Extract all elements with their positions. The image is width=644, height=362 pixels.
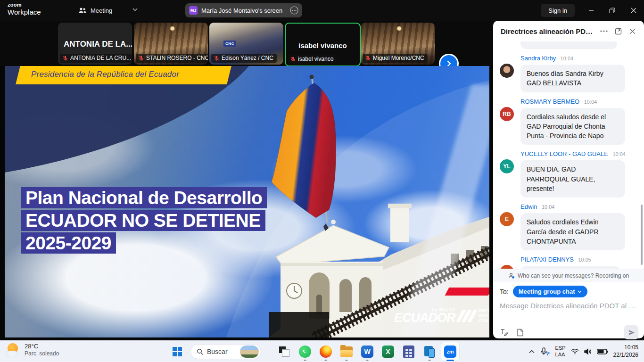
chat-toolbar [500, 325, 638, 339]
zoom-workplace-logo: zoom Workplace [8, 2, 41, 16]
taskbar-icon-word[interactable]: W [358, 342, 376, 361]
chat-message: RB ROSMARY BERMEO 10:04 Cordiales saludo… [500, 97, 637, 145]
muted-mic-icon [138, 55, 144, 61]
partial-message-bubble [520, 41, 617, 49]
sender-name: YUCELLY LOOR - GAD GUALE [520, 150, 608, 157]
video-tile-miguel[interactable]: Miguel Moreno/CNC [361, 23, 435, 65]
taskbar-search[interactable]: Buscar [190, 344, 261, 359]
participant-name-label: Miguel Moreno/CNC [363, 54, 428, 63]
zoom-app-icon: zm [444, 346, 456, 358]
chevron-down-icon[interactable] [132, 8, 138, 11]
tab-meeting-label: Meeting [91, 7, 112, 14]
sender-name: PILATAXI DENNYS [520, 256, 574, 263]
zoom-title-bar: zoom Workplace Meeting MJ María José Mon… [0, 0, 644, 21]
participant-name-label: STALIN ROSERO - CNC [136, 54, 208, 63]
taskbar-icon-calculator[interactable] [400, 342, 418, 361]
message-bubble: Buenos días Sandra Kirby GAD BELLAVISTA [520, 65, 625, 92]
clock-date: 22/1/2026 [613, 352, 638, 359]
taskbar-icon-file-explorer[interactable] [338, 342, 355, 361]
chat-scrollbar[interactable] [641, 205, 643, 265]
taskbar-icon-phone-link[interactable] [421, 342, 438, 361]
chevron-down-icon [578, 290, 582, 293]
more-options-icon[interactable] [598, 25, 610, 37]
format-text-icon[interactable] [500, 329, 508, 336]
avatar: PD [500, 265, 514, 269]
participant-display-name: ANTONIA DE LA... [64, 40, 132, 49]
participant-video-strip: ANTONIA DE LA... ANTONIA DE LA CRU... ST… [0, 21, 493, 66]
send-to-selector[interactable]: Meeting group chat [513, 286, 587, 297]
taskbar-icon-excel[interactable]: X [379, 342, 397, 361]
message-bubble: Saludos cordiales Edwin García desde el … [520, 213, 625, 250]
calculator-icon [403, 346, 414, 358]
ellipsis-circle-icon[interactable] [290, 6, 298, 15]
logo-workplace-text: Workplace [8, 8, 41, 16]
start-button[interactable] [173, 347, 182, 356]
minimize-button[interactable] [580, 0, 602, 21]
message-time: 10:04 [542, 204, 555, 210]
weather-condition: Parc. soleado [25, 350, 59, 357]
tab-meeting[interactable]: Meeting [74, 0, 116, 21]
sender-name: Sandra Kirby [520, 55, 556, 62]
message-bubble: Cordiales saludos desde el GAD Parroquia… [520, 108, 625, 145]
sign-in-button[interactable]: Sign in [541, 4, 575, 17]
slide-title-line-2: ECUADOR NO SE DETIENE [21, 210, 265, 231]
chat-title: Directrices alineación PDOT al P... [501, 27, 596, 35]
search-placeholder: Buscar [207, 348, 236, 355]
slide-title-line-1: Plan Nacional de Desarrollo [21, 187, 267, 208]
send-message-button[interactable] [624, 325, 638, 339]
video-tile-edison[interactable]: CNC Edison Yánez / CNC [209, 23, 283, 65]
chat-message-input[interactable]: Message Directrices alineación PDOT al P… [500, 302, 637, 310]
muted-mic-icon [365, 55, 371, 61]
logo-slashes-icon [459, 310, 476, 322]
participant-display-name: isabel vivanco [286, 41, 360, 49]
avatar: YL [500, 159, 514, 173]
clock-time: 10:05 [613, 344, 638, 352]
banner-text: Presidencia de la República del Ecuador [31, 70, 179, 79]
muted-mic-icon [214, 55, 220, 61]
close-chat-icon[interactable] [626, 25, 638, 37]
slide-title-line-3: 2025-2029 [21, 232, 116, 254]
chat-message: YL YUCELLY LOOR - GAD GUALE 10:04 BUEN D… [500, 149, 637, 197]
participant-name-label: isabel vivanco [288, 55, 337, 64]
chat-panel: Directrices alineación PDOT al P... Sand… [493, 21, 644, 338]
weather-widget[interactable]: 28°C Parc. soleado [7, 343, 59, 357]
shared-screen-tab-label: María José Montalvo's screen [201, 7, 286, 14]
participant-name-label: Edison Yánez / CNC [211, 54, 277, 63]
recording-notice[interactable]: Who can see your messages? Recording on [493, 269, 644, 282]
weather-temperature: 28°C [25, 343, 59, 350]
slide-title: Plan Nacional de Desarrollo ECUADOR NO S… [21, 187, 267, 255]
restore-button[interactable] [602, 0, 623, 21]
taskbar-apps: W X zm [275, 342, 459, 361]
windows-taskbar: 28°C Parc. soleado Buscar W X zm ESP LAA [0, 340, 644, 362]
video-tile-stalin[interactable]: STALIN ROSERO - CNC [134, 23, 208, 65]
search-icon [197, 348, 203, 355]
search-highlight-image [240, 346, 259, 358]
chat-message-list[interactable]: Sandra Kirby 10:04 Buenos días Sandra Ki… [493, 41, 644, 269]
volume-icon[interactable] [584, 348, 592, 355]
language-indicator[interactable]: ESP LAA [555, 345, 566, 358]
chat-header: Directrices alineación PDOT al P... [493, 21, 644, 41]
taskbar-icon-firefox[interactable] [317, 342, 335, 361]
video-tile-isabel-active-speaker[interactable]: isabel vivanco isabel vivanco [285, 23, 361, 66]
battery-icon[interactable] [597, 349, 608, 354]
taskbar-icon-zoom[interactable]: zm [441, 342, 459, 361]
attach-file-icon[interactable] [517, 329, 524, 337]
el-nuevo-ecuador-logo: EL NUEVO ECUADOR DEFIENDE IMPULSA CONSTR… [394, 307, 489, 324]
wifi-icon[interactable] [571, 348, 579, 354]
close-button[interactable] [623, 0, 644, 21]
taskbar-icon-whatsapp[interactable] [296, 342, 314, 361]
video-tile-antonia[interactable]: ANTONIA DE LA... ANTONIA DE LA CRU... [58, 23, 132, 65]
microphone-in-use-icon[interactable] [540, 347, 550, 356]
logo-wordmark: EL NUEVO ECUADOR [394, 307, 455, 324]
task-view-button[interactable] [275, 342, 293, 361]
tab-shared-screen[interactable]: MJ María José Montalvo's screen [185, 3, 302, 17]
tray-expand-icon[interactable] [529, 350, 535, 354]
send-to-row: To: Meeting group chat [500, 286, 587, 297]
taskbar-clock[interactable]: 10:05 22/1/2026 [613, 344, 638, 359]
chat-message: PD PILATAXI DENNYS 10:05 GAD PARROQUIAL … [500, 255, 637, 269]
chat-message: E Edwin 10:04 Saludos cordiales Edwin Ga… [500, 202, 637, 250]
whatsapp-icon [299, 346, 311, 358]
phone-link-icon [423, 346, 436, 358]
recording-notice-text: Who can see your messages? Recording on [518, 272, 629, 279]
pop-out-icon[interactable] [612, 25, 624, 37]
